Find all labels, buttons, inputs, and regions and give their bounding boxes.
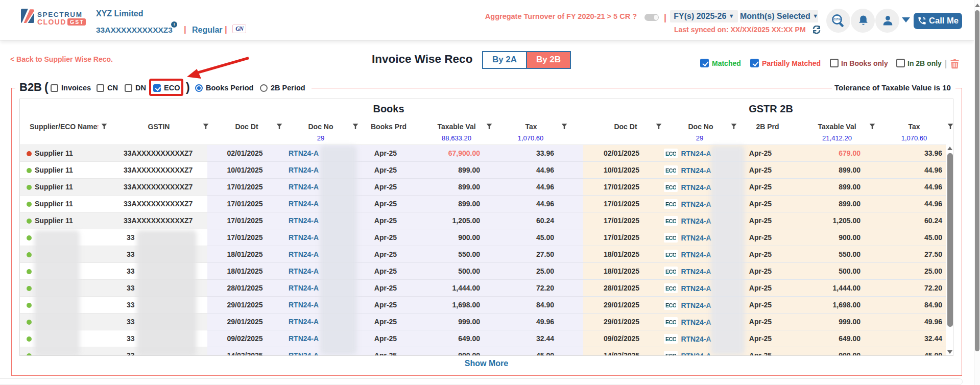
svg-text:GSTIN: GSTIN: [833, 18, 841, 21]
